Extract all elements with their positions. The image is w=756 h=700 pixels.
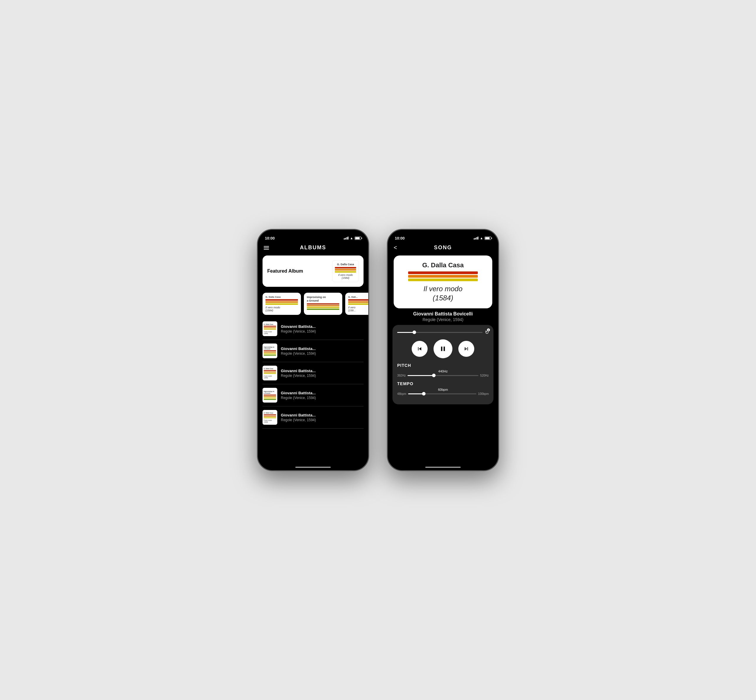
progress-fill xyxy=(397,332,414,333)
featured-album-cover: G. Dalla Casa Il vero modo (1584) xyxy=(332,260,359,282)
battery-icon xyxy=(355,237,361,240)
album-artwork: G. Dalla Casa Il vero modo (1584) xyxy=(394,255,492,308)
progress-track[interactable] xyxy=(397,332,483,333)
album-card-0-title: Il vero modo(1584) xyxy=(266,306,298,312)
tempo-track[interactable] xyxy=(408,394,476,394)
list-info-2: Giovanni Battista... Regole (Venice, 159… xyxy=(281,369,316,378)
pitch-track[interactable] xyxy=(408,375,478,376)
list-item-4[interactable]: G. Dalla Casa Il vero modo(1584) Giovann… xyxy=(262,406,364,428)
progress-thumb xyxy=(412,331,416,334)
list-thumb-3: Improvising ona Ground xyxy=(262,388,277,403)
pitch-min: 392Hz xyxy=(397,374,406,377)
tempo-section: TEMPO 60bpm 48bpm 100bpm xyxy=(397,381,489,395)
pitch-section: PITCH 440Hz 392Hz 520Hz xyxy=(397,363,489,377)
list-info-4: Giovanni Battista... Regole (Venice, 159… xyxy=(281,413,316,422)
page-title-left: ALBUMS xyxy=(300,245,326,251)
back-button[interactable]: < xyxy=(394,244,397,251)
wifi-icon-right: ▲ xyxy=(480,236,483,240)
repeat-badge: 1 xyxy=(487,328,490,331)
signal-icon-right xyxy=(474,237,479,239)
pitch-slider-row[interactable]: 440Hz 392Hz 520Hz xyxy=(397,369,489,377)
list-thumb-2: G. Dalla Casa Il vero modo(1584) xyxy=(262,366,277,380)
tempo-min: 48bpm xyxy=(397,392,406,395)
album-card-1-author: Improvising ona Ground xyxy=(307,296,339,302)
tempo-slider-row[interactable]: 60bpm 48bpm 100bpm xyxy=(397,388,489,395)
player-area: ↻ 1 xyxy=(392,325,494,404)
tempo-current: 60bpm xyxy=(397,388,489,391)
pitch-max: 520Hz xyxy=(480,374,489,377)
list-item-0[interactable]: G. Dalla Casa Il vero modo(1584) Giovann… xyxy=(262,318,364,340)
tempo-fill xyxy=(408,394,424,394)
nav-bar-right: < SONG xyxy=(388,243,498,253)
tempo-max: 100bpm xyxy=(478,392,489,395)
pause-button[interactable] xyxy=(434,339,452,358)
status-icons-right: ▲ xyxy=(474,236,491,240)
album-card-0-stripes xyxy=(266,299,298,305)
list-info-3: Giovanni Battista... Regole (Venice, 159… xyxy=(281,391,316,400)
list-info-0: Giovanni Battista... Regole (Venice, 159… xyxy=(281,324,316,333)
right-screen: 10:00 ▲ < SONG xyxy=(388,230,498,470)
battery-icon-right xyxy=(484,237,491,240)
featured-stripes xyxy=(335,267,356,273)
notch xyxy=(294,230,332,238)
list-info-1: Giovanni Battista... Regole (Venice, 159… xyxy=(281,347,316,356)
album-card-2[interactable]: G. Dall... Il vero(158... xyxy=(345,293,368,315)
page-title-right: SONG xyxy=(434,245,452,251)
album-card-2-title: Il vero(158... xyxy=(348,306,368,312)
next-button[interactable] xyxy=(458,341,474,357)
left-screen: 10:00 ▲ ALBUMS xyxy=(258,230,368,470)
featured-cover-title: Il vero modo (1584) xyxy=(335,273,356,280)
song-info: Giovanni Battista Bovicelli Regole (Veni… xyxy=(388,311,498,322)
wifi-icon: ▲ xyxy=(350,236,353,240)
list-item-3[interactable]: Improvising ona Ground Giovanni Battista… xyxy=(262,384,364,406)
time-right: 10:00 xyxy=(395,236,405,241)
album-card-0-author: G. Dalla Casa xyxy=(266,296,298,298)
featured-cover-author: G. Dalla Casa xyxy=(335,263,356,266)
album-card-2-author: G. Dall... xyxy=(348,296,368,298)
status-icons-left: ▲ xyxy=(344,236,361,240)
tempo-thumb[interactable] xyxy=(422,392,426,395)
notch-right xyxy=(424,230,462,238)
artwork-stripes xyxy=(408,272,478,281)
album-card-1-stripes xyxy=(307,303,339,310)
nav-bar-left: ALBUMS xyxy=(258,243,368,253)
pitch-label: PITCH xyxy=(397,363,489,368)
progress-bar-container[interactable]: ↻ 1 xyxy=(397,330,489,335)
left-phone: 10:00 ▲ ALBUMS xyxy=(257,229,369,471)
album-list: G. Dalla Casa Il vero modo(1584) Giovann… xyxy=(258,318,368,428)
featured-label: Featured Album xyxy=(267,269,328,274)
time-left: 10:00 xyxy=(265,236,275,241)
pitch-fill xyxy=(408,375,434,376)
scroll-content-right[interactable]: G. Dalla Casa Il vero modo (1584) Giovan… xyxy=(388,253,498,467)
album-card-1[interactable]: Improvising ona Ground xyxy=(304,293,342,315)
album-card-2-stripes xyxy=(348,299,368,305)
home-indicator-right xyxy=(425,467,461,468)
horizontal-album-list[interactable]: G. Dalla Casa Il vero modo(1584) Improvi… xyxy=(258,290,368,318)
scroll-content-left[interactable]: Featured Album G. Dalla Casa Il vero mod… xyxy=(258,253,368,467)
right-phone: 10:00 ▲ < SONG xyxy=(387,229,499,471)
song-artist: Giovanni Battista Bovicelli xyxy=(388,311,498,317)
album-card-0[interactable]: G. Dalla Casa Il vero modo(1584) xyxy=(262,293,301,315)
hamburger-button[interactable] xyxy=(264,246,269,250)
artwork-author: G. Dalla Casa xyxy=(400,261,486,269)
list-thumb-1: Improvising ona Ground xyxy=(262,344,277,358)
artwork-title: Il vero modo (1584) xyxy=(400,284,486,302)
list-item-2[interactable]: G. Dalla Casa Il vero modo(1584) Giovann… xyxy=(262,362,364,384)
tempo-label: TEMPO xyxy=(397,381,489,386)
featured-album-card[interactable]: Featured Album G. Dalla Casa Il vero mod… xyxy=(262,255,364,287)
playback-controls xyxy=(397,339,489,358)
list-item-1[interactable]: Improvising ona Ground Giovanni Battista… xyxy=(262,340,364,362)
repeat-button[interactable]: ↻ 1 xyxy=(485,330,489,335)
pitch-current: 440Hz xyxy=(397,369,489,373)
song-album: Regole (Venice, 1594) xyxy=(388,317,498,322)
prev-button[interactable] xyxy=(412,341,428,357)
signal-icon xyxy=(344,237,349,239)
home-indicator-left xyxy=(295,467,331,468)
list-thumb-0: G. Dalla Casa Il vero modo(1584) xyxy=(262,321,277,336)
list-thumb-4: G. Dalla Casa Il vero modo(1584) xyxy=(262,410,277,425)
pitch-thumb[interactable] xyxy=(432,373,436,377)
